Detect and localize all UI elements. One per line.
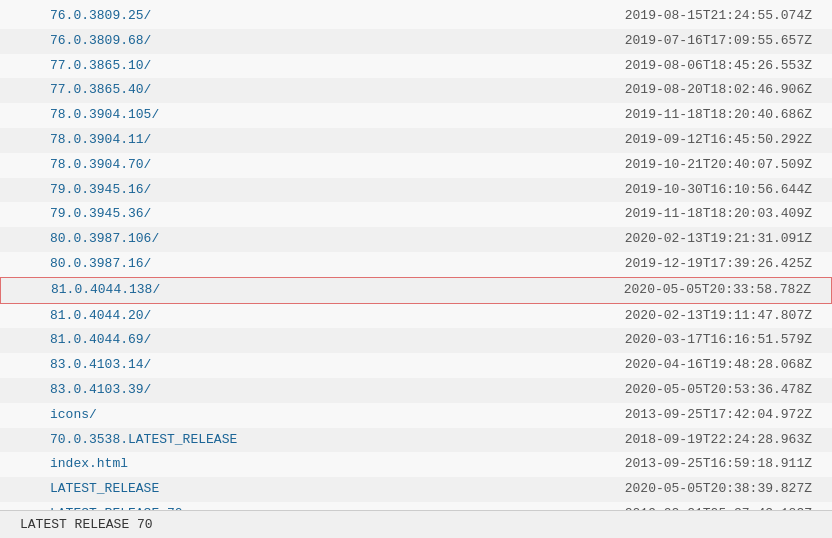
table-row: 76.0.3809.68/2019-07-16T17:09:55.657Z	[0, 29, 832, 54]
table-row: 83.0.4103.14/2020-04-16T19:48:28.068Z	[0, 353, 832, 378]
table-row: 78.0.3904.11/2019-09-12T16:45:50.292Z	[0, 128, 832, 153]
file-link[interactable]: index.html	[50, 454, 270, 475]
table-row: 79.0.3945.16/2019-10-30T16:10:56.644Z	[0, 178, 832, 203]
file-date: 2020-05-05T20:38:39.827Z	[625, 479, 812, 500]
footer-bar: LATEST RELEASE 70	[0, 510, 832, 538]
file-link[interactable]: 78.0.3904.11/	[50, 130, 270, 151]
file-link[interactable]: 81.0.4044.20/	[50, 306, 270, 327]
file-date: 2019-10-30T16:10:56.644Z	[625, 180, 812, 201]
table-row: 83.0.4103.39/2020-05-05T20:53:36.478Z	[0, 378, 832, 403]
file-date: 2020-02-13T19:11:47.807Z	[625, 306, 812, 327]
table-row: 81.0.4044.69/2020-03-17T16:16:51.579Z	[0, 328, 832, 353]
file-date: 2020-03-17T16:16:51.579Z	[625, 330, 812, 351]
file-date: 2020-02-13T19:21:31.091Z	[625, 229, 812, 250]
footer-label: LATEST RELEASE 70	[20, 517, 153, 532]
table-row: 77.0.3865.10/2019-08-06T18:45:26.553Z	[0, 54, 832, 79]
file-link[interactable]: 77.0.3865.10/	[50, 56, 270, 77]
file-date: 2013-09-25T16:59:18.911Z	[625, 454, 812, 475]
table-row: 70.0.3538.LATEST_RELEASE2018-09-19T22:24…	[0, 428, 832, 453]
file-link[interactable]: 83.0.4103.14/	[50, 355, 270, 376]
file-link[interactable]: 80.0.3987.106/	[50, 229, 270, 250]
table-row: 79.0.3945.36/2019-11-18T18:20:03.409Z	[0, 202, 832, 227]
file-date: 2020-04-16T19:48:28.068Z	[625, 355, 812, 376]
file-date: 2019-08-20T18:02:46.906Z	[625, 80, 812, 101]
file-listing: 76.0.3809.25/2019-08-15T21:24:55.074Z76.…	[0, 0, 832, 531]
table-row: icons/2013-09-25T17:42:04.972Z	[0, 403, 832, 428]
file-link[interactable]: 78.0.3904.70/	[50, 155, 270, 176]
file-date: 2018-09-19T22:24:28.963Z	[625, 430, 812, 451]
file-date: 2019-07-16T17:09:55.657Z	[625, 31, 812, 52]
file-link[interactable]: 79.0.3945.16/	[50, 180, 270, 201]
file-link[interactable]: 80.0.3987.16/	[50, 254, 270, 275]
file-link[interactable]: 78.0.3904.105/	[50, 105, 270, 126]
file-link[interactable]: LATEST_RELEASE	[50, 479, 270, 500]
table-row: 78.0.3904.105/2019-11-18T18:20:40.686Z	[0, 103, 832, 128]
table-row: 81.0.4044.138/2020-05-05T20:33:58.782Z	[0, 277, 832, 304]
table-row: LATEST_RELEASE2020-05-05T20:38:39.827Z	[0, 477, 832, 502]
file-date: 2019-11-18T18:20:03.409Z	[625, 204, 812, 225]
file-link[interactable]: 70.0.3538.LATEST_RELEASE	[50, 430, 270, 451]
file-date: 2013-09-25T17:42:04.972Z	[625, 405, 812, 426]
file-link[interactable]: 83.0.4103.39/	[50, 380, 270, 401]
file-date: 2020-05-05T20:33:58.782Z	[624, 280, 811, 301]
file-link[interactable]: 81.0.4044.138/	[51, 280, 271, 301]
file-link[interactable]: 77.0.3865.40/	[50, 80, 270, 101]
file-date: 2019-12-19T17:39:26.425Z	[625, 254, 812, 275]
file-link[interactable]: 76.0.3809.68/	[50, 31, 270, 52]
table-row: 80.0.3987.106/2020-02-13T19:21:31.091Z	[0, 227, 832, 252]
file-date: 2020-05-05T20:53:36.478Z	[625, 380, 812, 401]
file-link[interactable]: 81.0.4044.69/	[50, 330, 270, 351]
file-link[interactable]: 76.0.3809.25/	[50, 6, 270, 27]
table-row: 77.0.3865.40/2019-08-20T18:02:46.906Z	[0, 78, 832, 103]
file-date: 2019-08-06T18:45:26.553Z	[625, 56, 812, 77]
table-row: 76.0.3809.25/2019-08-15T21:24:55.074Z	[0, 4, 832, 29]
file-link[interactable]: icons/	[50, 405, 270, 426]
table-row: index.html2013-09-25T16:59:18.911Z	[0, 452, 832, 477]
table-row: 81.0.4044.20/2020-02-13T19:11:47.807Z	[0, 304, 832, 329]
file-date: 2019-10-21T20:40:07.509Z	[625, 155, 812, 176]
file-date: 2019-08-15T21:24:55.074Z	[625, 6, 812, 27]
file-date: 2019-09-12T16:45:50.292Z	[625, 130, 812, 151]
table-row: 80.0.3987.16/2019-12-19T17:39:26.425Z	[0, 252, 832, 277]
file-date: 2019-11-18T18:20:40.686Z	[625, 105, 812, 126]
file-link[interactable]: 79.0.3945.36/	[50, 204, 270, 225]
table-row: 78.0.3904.70/2019-10-21T20:40:07.509Z	[0, 153, 832, 178]
